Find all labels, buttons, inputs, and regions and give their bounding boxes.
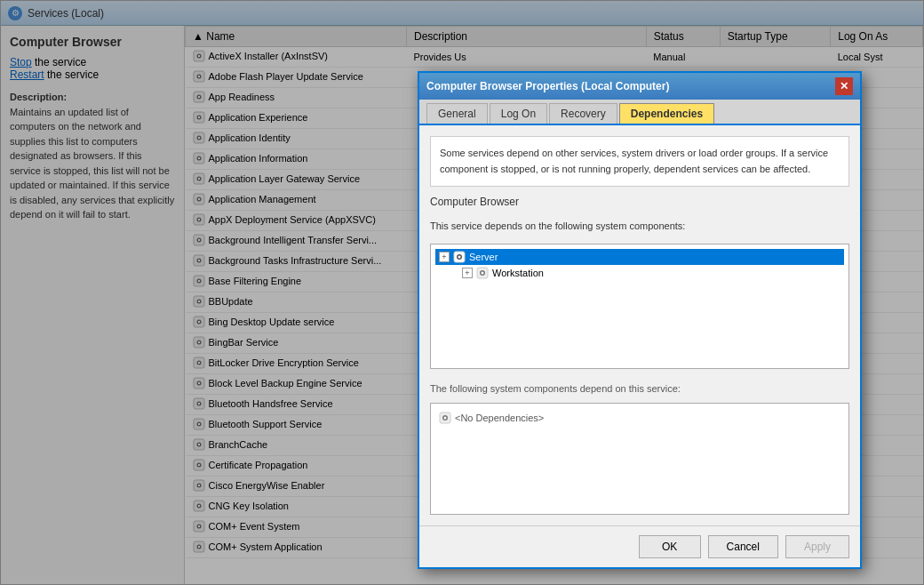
- no-dependencies-item: <No Dependencies>: [435, 408, 844, 428]
- dependencies-info-box: Some services depend on other services, …: [430, 136, 849, 187]
- tree-item-server[interactable]: + Server: [435, 249, 844, 265]
- workstation-gear-icon: [476, 267, 489, 279]
- cancel-button[interactable]: Cancel: [708, 535, 778, 558]
- depended-by-tree[interactable]: <No Dependencies>: [430, 403, 849, 515]
- modal-titlebar: Computer Browser Properties (Local Compu…: [419, 73, 860, 100]
- no-deps-text: <No Dependencies>: [455, 413, 544, 423]
- tree-item-server-label: Server: [469, 252, 498, 262]
- depends-on-label: This service depends on the following sy…: [430, 220, 849, 231]
- modal-overlay: Computer Browser Properties (Local Compu…: [0, 0, 924, 585]
- expand-server[interactable]: +: [439, 252, 450, 262]
- modal-close-button[interactable]: ✕: [835, 77, 853, 95]
- depends-on-tree[interactable]: + Server + Workstatio: [430, 244, 849, 368]
- modal-body: Some services depend on other services, …: [419, 125, 860, 525]
- svg-point-83: [444, 416, 447, 419]
- modal-tabs: General Log On Recovery Dependencies: [419, 100, 860, 125]
- tree-item-workstation[interactable]: + Workstation: [435, 265, 844, 281]
- tab-recovery[interactable]: Recovery: [549, 103, 617, 124]
- expand-workstation[interactable]: +: [462, 268, 473, 278]
- apply-button[interactable]: Apply: [785, 535, 849, 558]
- modal-service-name: Computer Browser: [430, 196, 849, 208]
- info-box-text: Some services depend on other services, …: [440, 148, 828, 174]
- tab-dependencies[interactable]: Dependencies: [619, 103, 714, 124]
- modal-dialog: Computer Browser Properties (Local Compu…: [418, 71, 862, 569]
- svg-point-77: [458, 256, 461, 259]
- svg-point-80: [482, 272, 484, 275]
- ok-button[interactable]: OK: [639, 535, 701, 558]
- modal-footer: OK Cancel Apply: [419, 525, 860, 567]
- tab-logon[interactable]: Log On: [490, 103, 547, 124]
- modal-title: Computer Browser Properties (Local Compu…: [426, 80, 669, 92]
- tab-general[interactable]: General: [426, 103, 488, 124]
- tree-item-workstation-label: Workstation: [492, 268, 544, 278]
- depended-by-label: The following system components depend o…: [430, 383, 849, 394]
- no-deps-gear-icon: [439, 412, 451, 424]
- server-gear-icon: [453, 251, 466, 263]
